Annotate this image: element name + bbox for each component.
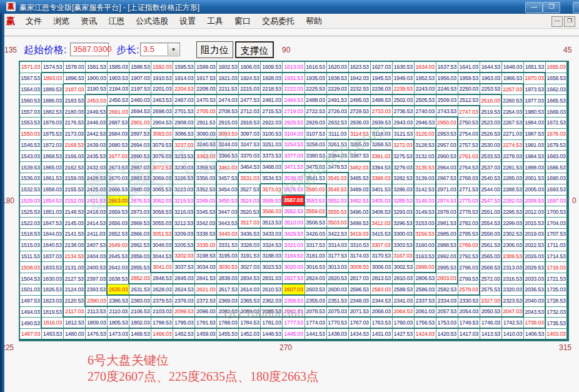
- grid-cell[interactable]: 2764.53: [458, 162, 480, 173]
- grid-cell[interactable]: 2306.03: [502, 240, 524, 251]
- grid-cell[interactable]: 1921.03: [217, 73, 239, 84]
- grid-cell[interactable]: 2918.53: [239, 118, 261, 129]
- grid-cell[interactable]: 1994.53: [524, 151, 546, 162]
- grid-cell[interactable]: 3135.53: [415, 162, 436, 173]
- grid-cell[interactable]: 2232.53: [349, 84, 371, 96]
- grid-cell[interactable]: 2862.53: [129, 240, 151, 251]
- grid-cell[interactable]: 1515.03: [20, 240, 42, 251]
- grid-cell[interactable]: 2936.03: [349, 118, 371, 129]
- grid-cell[interactable]: 3177.53: [327, 251, 349, 263]
- grid-cell[interactable]: 2537.03: [480, 162, 502, 173]
- grid-cell[interactable]: 3415.53: [371, 229, 393, 240]
- grid-cell[interactable]: 3020.03: [283, 262, 305, 273]
- grid-cell[interactable]: 1788.03: [217, 318, 239, 329]
- grid-cell[interactable]: 3272.03: [393, 140, 415, 151]
- grid-cell[interactable]: 1879.03: [42, 118, 64, 129]
- grid-cell[interactable]: 1403.03: [546, 329, 568, 340]
- grid-cell[interactable]: 2106.53: [129, 307, 151, 318]
- grid-cell[interactable]: 2141.53: [64, 229, 86, 240]
- grid-cell[interactable]: 1599.03: [195, 62, 217, 73]
- grid-cell[interactable]: 2376.03: [173, 296, 195, 307]
- grid-cell[interactable]: 2841.53: [195, 273, 217, 284]
- grid-cell[interactable]: 3352.53: [195, 184, 217, 196]
- grid-cell[interactable]: 2302.53: [502, 229, 524, 240]
- grid-cell[interactable]: 2001.53: [524, 173, 546, 184]
- grid-cell[interactable]: 2820.53: [327, 273, 349, 284]
- grid-cell[interactable]: 3426.03: [305, 229, 327, 240]
- grid-cell[interactable]: 2008.53: [524, 196, 546, 207]
- grid-cell[interactable]: 2985.03: [436, 229, 458, 240]
- grid-cell[interactable]: 1483.53: [42, 329, 64, 340]
- grid-cell[interactable]: 2274.53: [502, 140, 524, 151]
- grid-cell[interactable]: 2337.53: [415, 296, 436, 307]
- grid-cell[interactable]: 3048.03: [151, 240, 173, 251]
- grid-cell[interactable]: 3440.03: [217, 229, 239, 240]
- grid-cell[interactable]: 2460.03: [129, 95, 151, 106]
- grid-cell[interactable]: 3359.53: [195, 162, 217, 173]
- grid-cell[interactable]: 2589.53: [393, 284, 415, 296]
- grid-cell[interactable]: 3573.03: [261, 184, 283, 196]
- grid-cell[interactable]: 1816.03: [42, 318, 64, 329]
- grid-cell[interactable]: 3275.53: [393, 151, 415, 162]
- grid-cell[interactable]: 3069.03: [151, 173, 173, 184]
- grid-cell[interactable]: 1844.03: [42, 229, 64, 240]
- grid-cell[interactable]: 1532.53: [20, 184, 42, 196]
- grid-cell[interactable]: 2327.03: [480, 296, 502, 307]
- grid-cell[interactable]: 1980.53: [524, 106, 546, 118]
- grid-cell[interactable]: 3517.03: [239, 218, 261, 229]
- grid-cell[interactable]: 2267.53: [502, 118, 524, 129]
- grid-cell[interactable]: 2208.03: [195, 84, 217, 96]
- grid-cell[interactable]: 2453.03: [86, 95, 108, 106]
- grid-cell[interactable]: 1543.03: [20, 151, 42, 162]
- grid-cell[interactable]: 2915.03: [217, 118, 239, 129]
- grid-cell[interactable]: 3230.03: [173, 162, 195, 173]
- grid-cell[interactable]: 1949.03: [393, 73, 415, 84]
- grid-cell[interactable]: 2491.53: [327, 95, 349, 106]
- grid-cell[interactable]: 2565.03: [480, 251, 502, 263]
- grid-cell[interactable]: 2071.53: [349, 307, 371, 318]
- grid-cell[interactable]: 3072.53: [151, 162, 173, 173]
- grid-cell[interactable]: 2551.03: [480, 206, 502, 218]
- grid-cell[interactable]: 2348.03: [349, 296, 371, 307]
- grid-cell[interactable]: 3541.53: [305, 173, 327, 184]
- grid-cell[interactable]: 1588.53: [129, 62, 151, 73]
- grid-cell[interactable]: 3531.03: [239, 173, 261, 184]
- grid-cell[interactable]: 2257.03: [502, 84, 524, 96]
- grid-cell[interactable]: 3468.03: [261, 162, 283, 173]
- grid-cell[interactable]: 1998.03: [524, 162, 546, 173]
- grid-cell[interactable]: 2502.03: [393, 95, 415, 106]
- grid-cell[interactable]: 1774.03: [305, 318, 327, 329]
- grid-cell[interactable]: 1935.03: [305, 73, 327, 84]
- grid-cell[interactable]: 2603.53: [305, 284, 327, 296]
- grid-cell[interactable]: 2036.53: [524, 284, 546, 296]
- grid-cell[interactable]: 1427.53: [393, 329, 415, 340]
- grid-cell[interactable]: 2145.03: [64, 218, 86, 229]
- menu-item-settings[interactable]: 设置: [174, 14, 201, 29]
- grid-cell[interactable]: 1802.03: [129, 318, 151, 329]
- grid-cell[interactable]: 3013.03: [327, 262, 349, 273]
- grid-cell[interactable]: 3321.03: [283, 240, 305, 251]
- grid-cell[interactable]: 2582.53: [436, 284, 458, 296]
- grid-cell[interactable]: 2421.53: [86, 196, 108, 207]
- grid-cell[interactable]: 1952.53: [415, 73, 436, 84]
- grid-cell[interactable]: 2026.03: [524, 251, 546, 263]
- grid-cell[interactable]: 1564.03: [20, 84, 42, 96]
- grid-cell[interactable]: 3044.53: [151, 251, 173, 263]
- grid-cell[interactable]: 3576.53: [283, 184, 305, 196]
- grid-cell[interactable]: 2218.53: [261, 84, 283, 96]
- grid-cell[interactable]: 3363.03: [195, 151, 217, 162]
- grid-cell[interactable]: 1956.03: [436, 73, 458, 84]
- grid-cell[interactable]: 2799.53: [458, 273, 480, 284]
- grid-cell[interactable]: 3156.53: [415, 229, 436, 240]
- grid-cell[interactable]: 1641.03: [458, 62, 480, 73]
- grid-cell[interactable]: 3499.53: [349, 218, 371, 229]
- grid-cell[interactable]: 2078.53: [305, 307, 327, 318]
- close-button[interactable]: ✕: [573, 2, 579, 13]
- grid-cell[interactable]: 2869.53: [129, 218, 151, 229]
- grid-cell[interactable]: 1809.03: [86, 318, 108, 329]
- grid-cell[interactable]: 1574.53: [42, 62, 64, 73]
- grid-cell[interactable]: 2512.53: [458, 95, 480, 106]
- grid-cell[interactable]: 2593.03: [371, 284, 393, 296]
- grid-cell[interactable]: 1914.03: [173, 73, 195, 84]
- grid-cell[interactable]: 2617.53: [217, 284, 239, 296]
